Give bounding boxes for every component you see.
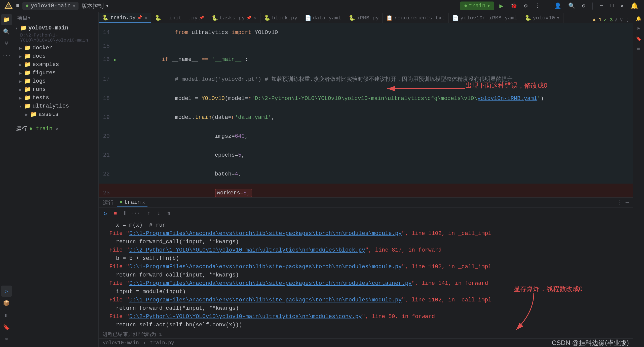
sidebar-item-ultralytics[interactable]: ▾ 📁 ultralytics — [13, 102, 98, 110]
debug-button[interactable]: 🐞 — [508, 2, 519, 10]
scroll-down-button[interactable]: ↓ — [154, 209, 163, 218]
pause-button[interactable]: ⏸ — [121, 209, 130, 218]
folder-icon: 📁 — [20, 25, 27, 31]
tab-train-py[interactable]: 🐍 train.py 📌 ✕ — [99, 13, 151, 23]
tab-label: data.yaml — [313, 15, 341, 21]
term-line: File "D:\2-Python\1-YOLO\YOLOv10\yolov10… — [103, 313, 629, 321]
watermark: CSDN @挂科边缘(毕业版) — [552, 338, 629, 347]
sidebar-item-docs[interactable]: ▶ 📁 docs — [13, 52, 98, 60]
layers-icon[interactable]: ◧ — [1, 310, 12, 321]
tab-label: requirements.txt — [394, 15, 445, 21]
search-icon[interactable]: 🔍 — [1, 26, 12, 37]
project-selector[interactable]: ● yolov10-main ▾ — [22, 2, 78, 10]
bookmarks-icon[interactable]: 🔖 — [1, 322, 12, 333]
tab-requirements-txt[interactable]: 📋 requirements.txt — [383, 13, 449, 23]
tree-arrow: ▶ — [19, 45, 24, 51]
run-config[interactable]: ● train ▾ — [460, 2, 494, 10]
explorer-icon[interactable]: 📁 — [1, 14, 12, 25]
run-button[interactable]: ▶ — [497, 1, 505, 11]
tab-block-py[interactable]: 🐍 block.py — [260, 13, 301, 23]
run-panel-icon[interactable]: ▷ — [1, 286, 12, 297]
pin-icon: 📌 — [199, 15, 204, 20]
sidebar-item-runs[interactable]: ▶ 📁 runs — [13, 85, 98, 94]
more-tools-icon[interactable]: ··· — [1, 50, 12, 61]
sort-button[interactable]: ⇅ — [164, 209, 173, 218]
structure-icon[interactable]: ⊞ — [634, 44, 643, 53]
tree-root[interactable]: ▾ 📁 yolov10-main — [13, 24, 98, 32]
python-icon: 🐍 — [525, 15, 531, 21]
project-name: yolov10-main — [31, 3, 70, 9]
tree-arrow: ▶ — [19, 70, 24, 76]
packages-icon[interactable]: 📦 — [1, 298, 12, 309]
python-icon: 🐍 — [102, 15, 109, 21]
maximize-button[interactable]: □ — [608, 2, 616, 10]
run-tab-train[interactable]: ● train ✕ — [117, 198, 147, 207]
scroll-up-button[interactable]: ↑ — [144, 209, 153, 218]
sidebar-item-assets[interactable]: ▶ 📁 assets — [13, 110, 98, 119]
search-icon[interactable]: 🔍 — [566, 2, 577, 10]
tab-tasks-py[interactable]: 🐍 tasks.py 📌 ✕ — [208, 13, 260, 23]
git-icon[interactable]: ⑂ — [1, 38, 12, 49]
chevron-down-icon[interactable]: ∨ — [620, 17, 623, 23]
notifications-icon[interactable]: 🔔 — [634, 14, 643, 23]
tree-arrow: ▶ — [19, 62, 24, 67]
close-button[interactable]: ✕ — [619, 2, 626, 10]
version-control-btn[interactable]: 版本控制 ▾ — [82, 2, 109, 10]
build-button[interactable]: ⚙ — [522, 2, 529, 10]
tree-item-label: tests — [32, 95, 49, 101]
code-lines: 14 from ultralytics import YOLOv10 15 16… — [99, 23, 633, 197]
panel-controls: ⋮ — — [617, 199, 629, 206]
tab-data-yaml[interactable]: 📄 data.yaml — [301, 13, 345, 23]
more-options-icon[interactable]: ⋮ — [617, 199, 623, 206]
tab-close-btn[interactable]: ✕ — [145, 15, 147, 20]
sidebar-item-figures[interactable]: ▶ 📁 figures — [13, 69, 98, 77]
user-icon[interactable]: 👤 — [552, 2, 563, 10]
sidebar-item-examples[interactable]: ▶ 📁 examples — [13, 60, 98, 69]
terminal-icon[interactable]: ⌨ — [1, 334, 12, 345]
chevron-up-icon[interactable]: ∧ — [615, 17, 618, 23]
bookmark-icon[interactable]: 🔖 — [634, 34, 643, 43]
breadcrumb-separator: › — [143, 340, 146, 346]
code-line-21: 21 epochs=5, — [99, 146, 633, 165]
folder-icon: 📁 — [24, 103, 31, 110]
folder-icon: 📁 — [24, 86, 31, 93]
more-run-options[interactable]: ··· — [131, 209, 140, 218]
sidebar-item-logs[interactable]: ▶ 📁 logs — [13, 77, 98, 85]
tree-arrow: ▶ — [19, 79, 24, 84]
rerun-button[interactable]: ↻ — [101, 209, 110, 218]
stop-button[interactable]: ■ — [111, 209, 120, 218]
term-line: input = module(input) — [103, 288, 629, 296]
run-status-text: 进程已结束,退出代码为 1 — [103, 331, 162, 338]
tab-init-py[interactable]: 🐍 __init__.py 📌 — [151, 13, 208, 23]
tree-arrow: ▶ — [19, 95, 24, 101]
chevron-down-icon: ▾ — [556, 15, 560, 21]
sidebar-item-docker[interactable]: ▶ 📁 docker — [13, 44, 98, 52]
git-blame-icon[interactable]: ⚑ — [634, 24, 643, 33]
tree-root-name: yolov10-main — [28, 25, 68, 31]
hamburger-menu[interactable]: ≡ — [16, 3, 19, 9]
tab-close-btn[interactable]: ✕ — [254, 15, 257, 21]
term-line: return forward_call(*input, **kwargs) — [103, 271, 629, 279]
collapse-icon[interactable]: — — [626, 199, 629, 206]
tree-item-label: logs — [32, 78, 46, 84]
sidebar-item-tests[interactable]: ▶ 📁 tests — [13, 94, 98, 102]
close-icon[interactable]: ✕ — [55, 125, 59, 132]
close-icon[interactable]: ✕ — [142, 200, 145, 205]
minimize-button[interactable]: ─ — [598, 2, 605, 10]
tree-item-label: figures — [32, 70, 56, 76]
term-line: File "D:\2-Python\1-YOLO\YOLOv10\yolov10… — [103, 246, 629, 254]
tab-yolov10[interactable]: 🐍 yolov10 ▾ — [521, 13, 563, 23]
notifications-icon[interactable]: 🔔 — [629, 2, 640, 10]
tab-yolov10n-irmb-yaml[interactable]: 📄 yolov10n-iRMB.yaml — [449, 13, 521, 23]
tree-arrow: ▶ — [19, 87, 24, 92]
settings-icon[interactable]: ⚙ — [580, 2, 587, 10]
terminal-output[interactable]: x = m(x) # run File "D:\1-ProgramFiles\A… — [99, 219, 633, 330]
code-editor: 14 from ultralytics import YOLOv10 15 16… — [99, 23, 633, 197]
more-button[interactable]: ⋮ — [533, 2, 542, 10]
term-line: b = b + self.ffn(b) — [103, 254, 629, 263]
app-logo — [4, 2, 13, 11]
tab-label: __init__.py — [163, 15, 198, 21]
tab-irmb-py[interactable]: 🐍 iRMB.py — [345, 13, 383, 23]
editor-area: 🐍 train.py 📌 ✕ 🐍 __init__.py 📌 🐍 tasks.p… — [99, 12, 633, 347]
more-icon[interactable]: ⋮ — [625, 17, 630, 23]
